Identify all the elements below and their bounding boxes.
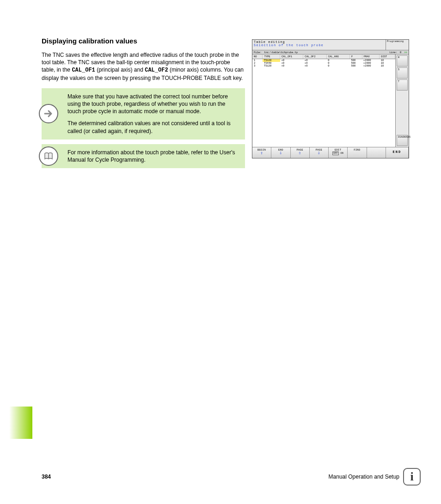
side-m-label: M	[398, 56, 399, 59]
side-diag-label: DIAGNOSIS	[398, 136, 410, 139]
softkey-label: FIND	[354, 148, 360, 152]
side-panel: M S T DIAGNOSIS	[396, 55, 409, 147]
softkey-label: END	[393, 150, 402, 154]
page-number: 384	[42, 474, 51, 480]
col-calang: CAL_ANG	[326, 55, 349, 59]
tnc-screen: Table editing Selection of the touch pro…	[252, 39, 409, 158]
side-tab-gradient	[9, 407, 32, 439]
callout-note-text-1: Make sure that you have activated the co…	[67, 93, 239, 115]
screen-title-area: Table editing Selection of the touch pro…	[252, 40, 386, 50]
softkey-page-down[interactable]: PAGE⇩	[310, 147, 329, 158]
side-diagnosis-button[interactable]: DIAGNOSIS	[397, 135, 408, 146]
edit-off-label: OFF	[332, 152, 339, 155]
cell: 3	[252, 65, 263, 67]
arrow-down-icon: ⇩	[310, 152, 328, 155]
page-heading: Displaying calibration values	[42, 37, 245, 45]
softkey-bar: BEGIN⇧ END⇩ PAGE⇧ PAGE⇩ EDITOFF ON FIND …	[252, 147, 409, 158]
softkey-label: EDIT	[335, 148, 341, 152]
side-s-button[interactable]: S	[397, 67, 408, 79]
chevron-right-icon[interactable]: >>	[404, 51, 407, 54]
callout-reference: For more information about the touch pro…	[42, 144, 245, 168]
side-s-label: S	[398, 68, 399, 71]
screen-title: Table editing	[254, 40, 384, 44]
file-label: File:	[254, 51, 262, 54]
cell: 500	[349, 65, 362, 67]
para-text-1b: (principal axis) and	[95, 67, 145, 73]
line-label: Line:	[390, 51, 398, 54]
softkey-begin[interactable]: BEGIN⇧	[252, 147, 271, 158]
section-side-tab: 12.6 Calibrating 3-D Touch Probes (Touch…	[9, 28, 32, 439]
side-spacer	[397, 91, 408, 134]
file-path: tnc:\table\tchprobe.tp	[264, 51, 298, 54]
arrow-down-icon: ⇩	[271, 152, 290, 155]
cell: +2000	[362, 65, 380, 67]
softkey-blank	[367, 147, 386, 158]
screen-subtitle: Selection of the touch probe	[254, 44, 384, 47]
side-m-button[interactable]: M	[397, 55, 408, 67]
side-t-label: T	[398, 80, 399, 83]
callout-note-text-2: The determined calibration values are no…	[67, 120, 239, 134]
code-cal-of2: CAL_OF2	[145, 67, 168, 73]
line-value: 0	[400, 51, 401, 54]
page-footer: 384 Manual Operation and Setup i	[42, 468, 421, 486]
body-paragraph: The TNC saves the effective length and e…	[42, 51, 245, 82]
cell: 10	[380, 65, 395, 67]
file-info-bar: File: tnc:\table\tchprobe.tp Line: 0 >>	[252, 50, 409, 55]
side-t-button[interactable]: T	[397, 79, 408, 91]
probe-table[interactable]: NO TYPE CAL_OF1 CAL_OF2 CAL_ANG F FMAX D…	[252, 55, 396, 147]
cell: TS120	[263, 65, 280, 67]
mode-indicator: Programming	[386, 40, 409, 50]
cell: +0	[303, 65, 326, 67]
cell: +0	[280, 65, 303, 67]
main-content: Displaying calibration values The TNC sa…	[42, 37, 245, 173]
chapter-name: Manual Operation and Setup	[329, 474, 399, 480]
book-icon	[39, 146, 58, 166]
table-row[interactable]: 3 TS120 +0 +0 0 500 +2000 10	[252, 65, 395, 67]
softkey-page-up[interactable]: PAGE⇧	[291, 147, 310, 158]
callout-reference-text: For more information about the touch pro…	[67, 149, 239, 164]
edit-on-label: ON	[340, 152, 343, 155]
softkey-find[interactable]: FIND	[348, 147, 367, 158]
arrow-up-icon: ⇧	[252, 152, 271, 155]
info-icon: i	[403, 468, 421, 486]
softkey-end[interactable]: END	[386, 147, 409, 158]
softkey-edit[interactable]: EDITOFF ON	[329, 147, 348, 158]
cell: 0	[326, 65, 349, 67]
callout-note: Make sure that you have activated the co…	[42, 88, 245, 140]
softkey-end-arrow[interactable]: END⇩	[271, 147, 290, 158]
arrow-right-icon	[39, 104, 58, 123]
arrow-up-icon: ⇧	[291, 152, 309, 155]
code-cal-of1: CAL_OF1	[72, 67, 95, 73]
